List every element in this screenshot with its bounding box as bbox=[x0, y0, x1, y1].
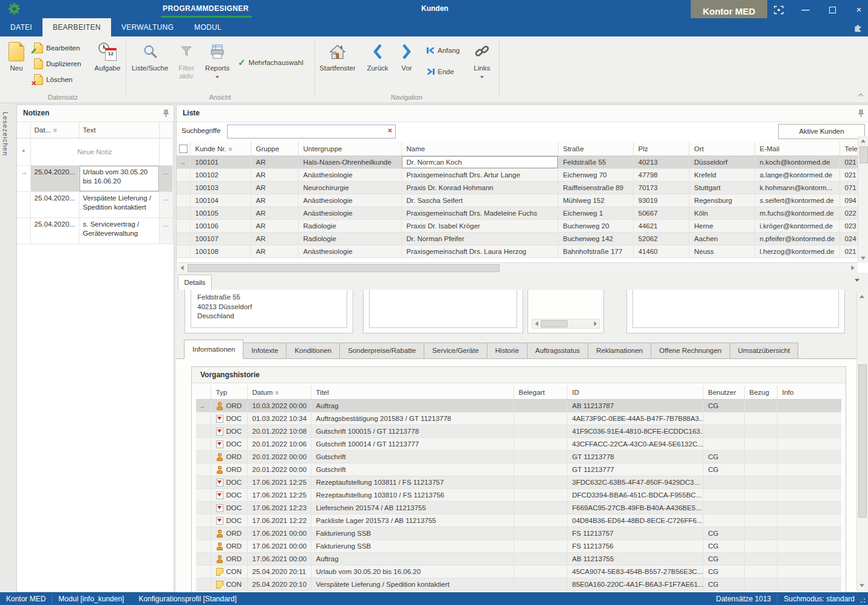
history-row[interactable]: ORD 20.01.2022 00:00 Gutschrift GT 11213… bbox=[196, 451, 841, 463]
scroll-right-arrow[interactable] bbox=[848, 263, 858, 273]
customer-row[interactable]: 100102 AR Anästhesiologie Praxisgemeinsc… bbox=[177, 169, 858, 182]
minimize-button[interactable]: — bbox=[798, 4, 813, 16]
history-row[interactable]: ORD 17.06.2021 00:00 Fakturierung SSB FS… bbox=[196, 540, 841, 553]
history-row[interactable]: DOC 20.01.2022 10:06 Gutschrift 100014 /… bbox=[196, 438, 841, 451]
ribbon-tab[interactable]: MODUL bbox=[184, 18, 232, 36]
back-button[interactable]: Zurück bbox=[363, 39, 392, 90]
history-row[interactable]: ORD 20.01.2022 00:00 Gutschrift GT 11213… bbox=[196, 463, 841, 476]
note-more-button[interactable]: ... bbox=[159, 192, 172, 218]
home-button[interactable]: Startfenster bbox=[318, 39, 357, 90]
col-bezug[interactable]: Bezug bbox=[744, 385, 777, 400]
scrollbar-thumb[interactable] bbox=[541, 320, 568, 327]
detail-box-2[interactable] bbox=[369, 290, 517, 328]
col-typ[interactable]: Typ bbox=[211, 385, 247, 400]
search-input[interactable] bbox=[230, 126, 384, 137]
new-note-placeholder[interactable]: Neue Notiz bbox=[30, 138, 159, 166]
customer-row[interactable]: 100108 AR Anästhesiologie Praxisgemeinsc… bbox=[177, 245, 858, 258]
fullscreen-button[interactable] bbox=[771, 4, 787, 16]
history-row[interactable]: CON 25.04.2020 20:10 Verspätete Lieferun… bbox=[196, 578, 841, 591]
history-row[interactable]: DOC 20.01.2022 10:08 Gutschrift 100015 /… bbox=[196, 425, 841, 438]
filter-active-button[interactable]: Filter aktiv bbox=[172, 39, 200, 90]
multiselect-toggle[interactable]: ✓ Mehrfachauswahl bbox=[238, 57, 303, 68]
note-more-button[interactable]: ... bbox=[159, 166, 172, 192]
clear-search-icon[interactable]: × bbox=[388, 126, 392, 135]
note-row[interactable]: 25.04.2020... Verspätete Lieferung / Spe… bbox=[17, 192, 172, 218]
active-customers-button[interactable]: Aktive Kunden bbox=[778, 124, 865, 139]
scroll-right-arrow[interactable] bbox=[591, 320, 599, 327]
list-horizontal-scrollbar[interactable] bbox=[177, 262, 858, 273]
history-row[interactable]: DOC 17.06.2021 12:25 Rezeptaufstellung 1… bbox=[196, 476, 841, 489]
customer-row[interactable]: 100105 AR Anästhesiologie Praxisgemeinsc… bbox=[177, 207, 858, 220]
detail-tab[interactable]: Reklamationen bbox=[588, 343, 651, 359]
detail-tab[interactable]: Infotexte bbox=[243, 343, 287, 359]
links-button[interactable]: Links bbox=[469, 39, 495, 90]
notes-col-date[interactable]: Dat...≡ bbox=[30, 122, 79, 138]
col-email[interactable]: E-Mail bbox=[754, 142, 839, 156]
notes-col-text[interactable]: Text bbox=[79, 122, 159, 138]
list-vertical-scrollbar[interactable] bbox=[858, 136, 868, 263]
note-row[interactable]: 25.04.2020... s. Servicevertrag / Geräte… bbox=[17, 218, 172, 244]
col-name[interactable]: Name bbox=[401, 142, 558, 156]
col-ort[interactable]: Ort bbox=[689, 142, 754, 156]
pin-icon[interactable] bbox=[858, 109, 864, 117]
task-button[interactable]: 12 Aufgabe bbox=[91, 39, 124, 90]
scroll-up-arrow[interactable] bbox=[857, 292, 867, 301]
pin-icon[interactable] bbox=[163, 109, 169, 117]
customer-row[interactable]: 100101 AR Hals-Nasen-Ohrenheilkunde Dr. … bbox=[177, 156, 858, 169]
scroll-up-arrow[interactable] bbox=[858, 136, 868, 146]
col-plz[interactable]: Plz bbox=[633, 142, 689, 156]
duplicate-button[interactable]: Duplizieren bbox=[34, 56, 90, 72]
select-all-checkbox[interactable] bbox=[177, 142, 190, 156]
detail-tab[interactable]: Historie bbox=[487, 343, 527, 359]
col-belegart[interactable]: Belegart bbox=[514, 385, 567, 400]
customer-row[interactable]: 100103 AR Neurochirurgie Praxis Dr. Konr… bbox=[177, 182, 858, 194]
col-info[interactable]: Info bbox=[777, 385, 841, 400]
history-row[interactable]: ORD 10.03.2022 00:00 Auftrag AB 11213787… bbox=[196, 400, 841, 412]
detail-tab[interactable]: Informationen bbox=[184, 340, 243, 359]
col-gruppe[interactable]: Gruppe bbox=[251, 142, 298, 156]
scroll-left-arrow[interactable] bbox=[532, 320, 540, 327]
ribbon-tab[interactable]: DATEI bbox=[0, 18, 42, 36]
new-note-row[interactable]: * Neue Notiz bbox=[17, 138, 172, 166]
scrollbar-thumb[interactable] bbox=[860, 146, 868, 163]
address-box[interactable]: Feldstraße 55 40213 Düsseldorf Deuschlan… bbox=[191, 290, 347, 328]
settings-gear-icon[interactable] bbox=[8, 3, 20, 15]
delete-button[interactable]: Löschen bbox=[34, 72, 90, 87]
col-telefon[interactable]: Telefon bbox=[839, 142, 858, 156]
history-row[interactable]: DOC 01.03.2022 10:34 Auftragsbestätigung… bbox=[196, 412, 841, 425]
scrollbar-thumb[interactable] bbox=[188, 264, 500, 272]
maximize-button[interactable] bbox=[824, 4, 840, 16]
col-strasse[interactable]: Straße bbox=[558, 142, 633, 156]
ribbon-tab[interactable]: VERWALTUNG bbox=[111, 18, 184, 36]
scroll-left-arrow[interactable] bbox=[177, 263, 187, 273]
app-tab-programmdesigner[interactable]: PROGRAMMDESIGNER bbox=[163, 4, 249, 13]
col-benutzer[interactable]: Benutzer bbox=[703, 385, 744, 400]
history-row[interactable]: ORD 17.06.2021 00:00 Auftrag AB 11213755… bbox=[196, 553, 841, 566]
detail-box-4[interactable] bbox=[632, 290, 839, 328]
col-titel[interactable]: Titel bbox=[311, 385, 514, 400]
detail-tab[interactable]: Service/Geräte bbox=[424, 343, 487, 359]
ribbon-tab[interactable]: BEARBEITEN bbox=[42, 18, 111, 36]
edit-button[interactable]: Bearbeiten bbox=[34, 40, 90, 56]
detail-tab[interactable]: Offene Rechnungen bbox=[651, 343, 730, 359]
col-untergruppe[interactable]: Untergruppe bbox=[298, 142, 401, 156]
details-dropdown-caret[interactable] bbox=[855, 279, 860, 282]
plugin-puzzle-icon[interactable] bbox=[853, 22, 864, 33]
detail-tab[interactable]: Umsatzübersicht bbox=[730, 343, 799, 359]
scrollbar-thumb[interactable] bbox=[858, 364, 867, 518]
customer-row[interactable]: 100106 AR Radiologie Praxis Dr. Isabel K… bbox=[177, 220, 858, 233]
list-search-button[interactable]: Liste/Suche bbox=[129, 39, 171, 90]
note-row[interactable]: 25.04.2020... Urlaub vom 30.05.20 bis 16… bbox=[17, 166, 172, 192]
history-row[interactable]: DOC 17.06.2021 12:22 Packliste Lager 201… bbox=[196, 514, 841, 527]
history-row[interactable]: ORD 17.06.2021 00:00 Fakturierung SSB FS… bbox=[196, 527, 841, 540]
details-vertical-scrollbar[interactable] bbox=[856, 292, 867, 590]
history-row[interactable]: DOC 17.06.2021 12:25 Rezeptaufstellung 1… bbox=[196, 489, 841, 502]
col-id[interactable]: ID bbox=[567, 385, 703, 400]
last-record-button[interactable]: Ende bbox=[426, 68, 454, 75]
history-row[interactable]: CON 25.04.2020 20:11 Urlaub vom 30.05.20… bbox=[196, 566, 841, 578]
note-more-button[interactable]: ... bbox=[159, 218, 172, 244]
new-button[interactable]: Neu bbox=[2, 39, 30, 90]
bookmarks-side-tab[interactable]: Lesezeichen bbox=[2, 112, 9, 156]
details-tab[interactable]: Details bbox=[178, 275, 212, 290]
col-datum[interactable]: Datum≡ bbox=[247, 385, 311, 400]
